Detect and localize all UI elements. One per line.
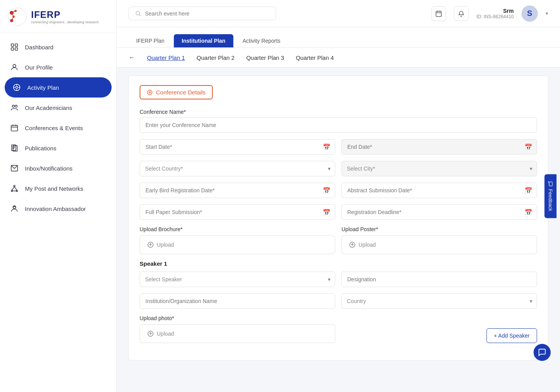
notification-btn[interactable] (454, 6, 469, 21)
calendar-btn[interactable] (431, 6, 446, 21)
conference-name-group: Conference Name* (140, 109, 537, 133)
date-row-2: 📅 📅 (140, 183, 537, 198)
main-content: Srm ID: INS-86264410 S ▾ IFERP Plan Inst… (117, 0, 560, 392)
user-id: ID: INS-86264410 (476, 14, 514, 19)
sidebar-item-publications[interactable]: Publications (0, 138, 116, 158)
svg-point-31 (14, 185, 15, 187)
full-paper-wrap: 📅 (140, 204, 335, 220)
date-row-3: 📅 📅 (140, 204, 537, 220)
plan-tabs: IFERP Plan Institutional Plan Activity R… (128, 34, 548, 47)
upload-icon-brochure (147, 241, 154, 248)
select-speaker[interactable] (140, 272, 335, 287)
sidebar-item-our-academicians[interactable]: Our Academicians (0, 98, 116, 118)
quarter-bar: ← Quarter Plan 1 Quarter Plan 2 Quarter … (117, 48, 560, 68)
plus-circle-icon (147, 89, 153, 96)
conference-name-input[interactable] (140, 117, 537, 133)
upload-icon-poster (349, 241, 356, 248)
early-bird-input[interactable] (140, 183, 335, 198)
quarter-plan-4-tab[interactable]: Quarter Plan 4 (296, 54, 334, 61)
upload-photo-section: Upload photo* Upload + Add Speaker (140, 315, 537, 343)
sidebar-item-innovation-ambassador[interactable]: Innovation Ambassador (0, 199, 116, 219)
country-select-wrap: Select Country* ▾ (140, 161, 335, 176)
feedback-tab[interactable]: Feedback (544, 174, 556, 218)
sidebar: IFERP connecting engineers...developing … (0, 0, 117, 392)
tab-iferp-plan[interactable]: IFERP Plan (128, 34, 172, 47)
chat-bubble-btn[interactable] (534, 344, 551, 361)
tab-institutional-plan[interactable]: Institutional Plan (174, 34, 233, 47)
quarter-plan-2-tab[interactable]: Quarter Plan 2 (197, 54, 235, 61)
sidebar-item-conferences-events[interactable]: Conferences & Events (0, 118, 116, 138)
page-body: IFERP Plan Institutional Plan Activity R… (117, 27, 560, 392)
upload-photo-box[interactable]: Upload (140, 324, 335, 343)
upload-photo-btn: Upload (147, 330, 174, 337)
date-row-1: 📅 📅 (140, 139, 537, 155)
back-arrow[interactable]: ← (128, 54, 135, 61)
upload-poster-col: Upload Poster* Upload (341, 226, 537, 254)
svg-rect-8 (11, 44, 14, 46)
start-date-wrap: 📅 (140, 139, 335, 155)
svg-rect-40 (436, 11, 441, 17)
country-city-row: Select Country* ▾ Select City* ▾ (140, 161, 537, 176)
speaker1-label: Speaker 1 (140, 260, 537, 267)
upload-brochure-box[interactable]: Upload (140, 235, 335, 254)
svg-point-38 (136, 11, 140, 15)
registration-deadline-wrap: 📅 (341, 204, 537, 220)
user-dropdown-arrow[interactable]: ▾ (546, 10, 548, 16)
logo-sub-text: connecting engineers...developing resear… (31, 20, 99, 24)
start-date-input[interactable] (140, 139, 335, 155)
sidebar-item-inbox-notifications[interactable]: Inbox/Notifications (0, 158, 116, 178)
svg-point-12 (13, 64, 16, 67)
upload-poster-label: Upload Poster* (341, 226, 537, 232)
sidebar-item-label: Our Profile (25, 64, 53, 71)
sidebar-item-our-profile[interactable]: Our Profile (0, 57, 116, 77)
logo-text: IFERP connecting engineers...developing … (31, 9, 99, 24)
upload-brochure-col: Upload Brochure* Upload (140, 226, 335, 254)
conference-name-label: Conference Name* (140, 109, 537, 115)
svg-line-39 (139, 14, 141, 16)
sidebar-item-label: Activity Plan (27, 84, 59, 91)
early-bird-wrap: 📅 (140, 183, 335, 198)
svg-rect-9 (15, 44, 18, 46)
quarter-plan-1-tab[interactable]: Quarter Plan 1 (147, 54, 185, 61)
search-bar[interactable] (128, 7, 276, 20)
abstract-submission-input[interactable] (341, 183, 537, 198)
sidebar-item-my-post-networks[interactable]: My Post and Networks (0, 178, 116, 199)
speaker-country-select[interactable] (341, 293, 537, 309)
conference-details-btn[interactable]: Conference Details (140, 85, 213, 99)
svg-line-34 (12, 186, 14, 190)
speaker-row-1: Select Speaker ▾ (140, 272, 537, 287)
grid-icon (9, 42, 19, 52)
registration-deadline-input[interactable] (341, 204, 537, 220)
select-speaker-wrap: Select Speaker ▾ (140, 272, 335, 287)
user-info: Srm ID: INS-86264410 (476, 8, 514, 19)
search-input[interactable] (145, 10, 270, 17)
feedback-icon (548, 181, 553, 186)
full-paper-input[interactable] (140, 204, 335, 220)
svg-point-0 (9, 8, 26, 26)
svg-point-19 (12, 105, 15, 108)
svg-rect-11 (15, 48, 18, 50)
header: Srm ID: INS-86264410 S ▾ (117, 0, 560, 27)
select-city[interactable] (341, 161, 537, 176)
end-date-input[interactable] (341, 139, 537, 155)
sidebar-item-label: Publications (25, 145, 56, 152)
calendar-icon (435, 10, 442, 17)
quarter-plan-3-tab[interactable]: Quarter Plan 3 (246, 54, 284, 61)
publications-icon (9, 143, 19, 153)
abstract-submission-wrap: 📅 (341, 183, 537, 198)
add-speaker-btn[interactable]: + Add Speaker (486, 328, 537, 343)
select-country[interactable] (140, 161, 335, 176)
logo-icon (8, 7, 27, 26)
user-avatar[interactable]: S (522, 5, 538, 22)
feedback-label: Feedback (548, 189, 553, 211)
institution-input[interactable] (140, 293, 335, 309)
sidebar-item-dashboard[interactable]: Dashboard (0, 37, 116, 57)
search-icon (135, 10, 141, 17)
conference-icon (9, 123, 19, 133)
sidebar-item-activity-plan[interactable]: Activity Plan (5, 77, 112, 98)
designation-input[interactable] (341, 272, 537, 287)
sidebar-item-label: Conferences & Events (25, 125, 83, 131)
upload-poster-box[interactable]: Upload (341, 235, 537, 254)
svg-point-14 (16, 86, 18, 89)
tab-activity-reports[interactable]: Activity Reports (235, 34, 288, 47)
